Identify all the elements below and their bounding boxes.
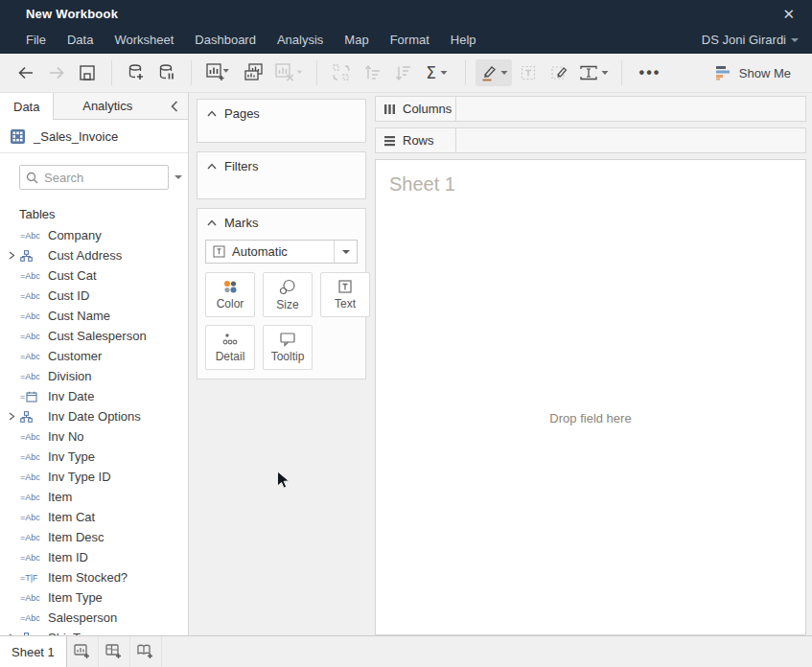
- data-source-name: _Sales_Invoice: [34, 129, 118, 144]
- redo-button[interactable]: [42, 59, 71, 86]
- clear-sheet-button[interactable]: [270, 59, 307, 86]
- sort-ascending-button[interactable]: [358, 59, 386, 86]
- tab-data-label: Data: [13, 100, 39, 114]
- sheet-canvas[interactable]: Sheet 1 Drop field here: [375, 159, 806, 635]
- field-company[interactable]: =AbcCompany: [0, 225, 188, 245]
- pages-card[interactable]: Pages: [197, 99, 366, 143]
- field-cust-cat[interactable]: =AbcCust Cat: [0, 265, 188, 286]
- field-list: =AbcCompany Cust Address =AbcCust Cat =A…: [0, 225, 188, 635]
- tables-section-label: Tables: [0, 199, 188, 225]
- swap-rows-columns-button[interactable]: [327, 59, 356, 86]
- tab-analytics[interactable]: Analytics: [54, 93, 161, 120]
- chevron-up-icon[interactable]: [207, 163, 217, 170]
- field-item-cat[interactable]: =AbcItem Cat: [0, 507, 188, 527]
- chevron-up-icon[interactable]: [207, 110, 217, 117]
- expand-chevron-icon[interactable]: [6, 412, 18, 421]
- text-label: Text: [335, 297, 356, 310]
- highlight-button[interactable]: [476, 59, 512, 86]
- title-bar: New Workbook ✕: [0, 0, 812, 28]
- menu-map[interactable]: Map: [334, 30, 379, 50]
- columns-shelf[interactable]: Columns: [375, 96, 806, 122]
- field-item-id[interactable]: =AbcItem ID: [0, 547, 188, 567]
- size-button[interactable]: Size: [263, 272, 313, 317]
- field-inv-type[interactable]: =AbcInv Type: [0, 447, 188, 467]
- show-mark-labels-button[interactable]: [514, 59, 543, 86]
- menu-dashboard[interactable]: Dashboard: [184, 30, 267, 50]
- field-inv-date-options[interactable]: Inv Date Options: [0, 406, 188, 426]
- new-worksheet-button[interactable]: [201, 59, 238, 86]
- field-inv-type-id[interactable]: =AbcInv Type ID: [0, 467, 188, 487]
- hierarchy-icon: [20, 411, 33, 423]
- tooltip-button[interactable]: Tooltip: [263, 325, 313, 370]
- field-item-type[interactable]: =AbcItem Type: [0, 587, 188, 608]
- save-button[interactable]: [73, 59, 102, 86]
- field-salesperson[interactable]: =AbcSalesperson: [0, 608, 188, 628]
- text-button[interactable]: Text: [320, 272, 370, 317]
- field-cust-salesperson[interactable]: =AbcCust Salesperson: [0, 326, 188, 346]
- field-customer[interactable]: =AbcCustomer: [0, 346, 188, 366]
- mark-type-dropdown[interactable]: Automatic: [205, 240, 358, 264]
- duplicate-sheet-button[interactable]: [240, 59, 268, 86]
- menu-help[interactable]: Help: [440, 30, 487, 50]
- tab-data[interactable]: Data: [0, 93, 54, 120]
- new-worksheet-icon: [73, 643, 92, 660]
- chevron-up-icon[interactable]: [207, 219, 217, 226]
- new-story-tab-button[interactable]: [130, 636, 162, 667]
- field-inv-date[interactable]: =Inv Date: [0, 386, 188, 406]
- more-toolbar-button[interactable]: •••: [632, 59, 668, 86]
- text-label-icon: [519, 63, 538, 82]
- columns-icon: [383, 104, 396, 115]
- user-account-menu[interactable]: DS Joni Girardi: [702, 33, 799, 47]
- field-cust-id[interactable]: =AbcCust ID: [0, 286, 188, 306]
- menu-analysis[interactable]: Analysis: [267, 30, 334, 50]
- pause-data-updates-icon: [156, 62, 177, 83]
- search-input[interactable]: [44, 171, 140, 185]
- mark-type-caret[interactable]: [334, 241, 357, 263]
- field-item[interactable]: =AbcItem: [0, 487, 188, 507]
- sheet-tab-active[interactable]: Sheet 1: [0, 636, 67, 667]
- fix-axes-button[interactable]: [545, 59, 573, 86]
- new-dashboard-tab-button[interactable]: [99, 636, 130, 667]
- rows-shelf[interactable]: Rows: [375, 127, 806, 153]
- toolbar-separator: [621, 60, 622, 85]
- fit-selector-button[interactable]: [575, 59, 612, 86]
- collapse-pane-button[interactable]: [161, 93, 188, 120]
- field-item-stocked[interactable]: =T|FItem Stocked?: [0, 567, 188, 587]
- search-box[interactable]: [19, 165, 169, 190]
- totals-button[interactable]: Σ: [419, 59, 455, 86]
- chevron-left-icon: [171, 101, 178, 112]
- highlighter-icon: [479, 63, 499, 82]
- field-division[interactable]: =AbcDivision: [0, 366, 188, 386]
- data-source-row[interactable]: _Sales_Invoice: [0, 120, 188, 153]
- pause-data-updates-button[interactable]: [152, 59, 181, 86]
- field-name: Item Cat: [48, 510, 95, 524]
- detail-button[interactable]: Detail: [205, 325, 255, 370]
- sort-descending-button[interactable]: [388, 59, 417, 86]
- field-cust-name[interactable]: =AbcCust Name: [0, 306, 188, 326]
- menu-worksheet[interactable]: Worksheet: [104, 30, 184, 50]
- field-name: Inv No: [48, 429, 84, 444]
- field-inv-no[interactable]: =AbcInv No: [0, 426, 188, 447]
- show-me-button[interactable]: Show Me: [705, 61, 800, 84]
- new-data-source-button[interactable]: [122, 59, 151, 86]
- new-worksheet-tab-button[interactable]: [67, 636, 99, 667]
- color-button[interactable]: Color: [205, 272, 255, 317]
- menu-data[interactable]: Data: [57, 30, 104, 50]
- filters-card[interactable]: Filters: [197, 151, 366, 199]
- close-icon[interactable]: ✕: [778, 6, 799, 23]
- color-label: Color: [217, 297, 244, 310]
- clear-sheet-icon: [274, 62, 303, 83]
- undo-button[interactable]: [12, 59, 40, 86]
- field-shipto[interactable]: ShipTo: [0, 628, 188, 635]
- new-worksheet-icon: [205, 62, 234, 83]
- field-item-desc[interactable]: =AbcItem Desc: [0, 527, 188, 547]
- marks-label: Marks: [224, 216, 258, 230]
- menu-file[interactable]: File: [15, 30, 57, 50]
- tooltip-icon: [279, 332, 296, 347]
- expand-chevron-icon[interactable]: [6, 251, 18, 260]
- search-options-caret[interactable]: [174, 175, 182, 179]
- calculated-string-icon: =Abc: [20, 593, 40, 603]
- menu-format[interactable]: Format: [380, 30, 440, 50]
- field-cust-address[interactable]: Cust Address: [0, 245, 188, 265]
- new-dashboard-icon: [104, 643, 124, 660]
